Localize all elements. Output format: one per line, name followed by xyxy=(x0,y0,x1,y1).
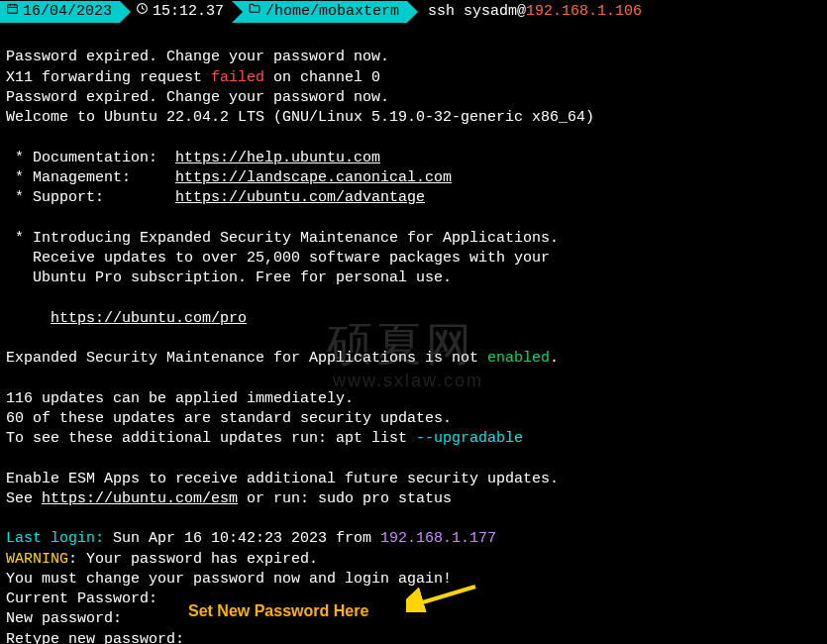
line: Expanded Security Maintenance for Applic… xyxy=(6,350,487,367)
line: or run: sudo pro status xyxy=(238,490,452,507)
last-login-label: Last login: xyxy=(6,530,104,547)
annotation-label: Set New Password Here xyxy=(188,600,368,622)
status-date-seg: 16/04/2023 xyxy=(0,1,120,23)
warning-label: WARNING xyxy=(6,551,68,568)
line: 60 of these updates are standard securit… xyxy=(6,410,452,427)
chevron-right-icon xyxy=(407,1,418,23)
status-time-seg: 15:12.37 xyxy=(120,1,232,23)
new-password-prompt: New password: xyxy=(6,610,122,627)
svg-line-6 xyxy=(143,8,145,9)
terminal-output[interactable]: Password expired. Change your password n… xyxy=(0,24,827,644)
failed-text: failed xyxy=(211,69,264,86)
last-login-rest: Sun Apr 16 10:42:23 2023 from xyxy=(104,530,380,547)
clock-icon xyxy=(136,2,149,22)
line: X11 forwarding request xyxy=(6,69,211,86)
folder-icon xyxy=(248,2,261,22)
mgmt-link[interactable]: https://landscape.canonical.com xyxy=(175,169,452,186)
chevron-right-icon xyxy=(120,1,131,23)
line: 116 updates can be applied immediately. xyxy=(6,390,354,407)
line: on channel 0 xyxy=(264,69,380,86)
line: To see these additional updates run: apt… xyxy=(6,430,416,447)
upgradable-flag: --upgradable xyxy=(416,430,523,447)
status-date: 16/04/2023 xyxy=(23,2,112,22)
warning-rest: : Your password has expired. xyxy=(68,551,318,568)
calendar-icon xyxy=(6,2,19,22)
current-password-prompt: Current Password: xyxy=(6,590,157,607)
status-bar: 16/04/2023 15:12.37 /home/mobaxterm ssh … xyxy=(0,0,827,24)
support-label: * Support: xyxy=(6,189,175,206)
line: Enable ESM Apps to receive additional fu… xyxy=(6,471,559,487)
support-link[interactable]: https://ubuntu.com/advantage xyxy=(175,189,425,206)
line: See xyxy=(6,490,42,507)
status-cwd-seg: /home/mobaxterm xyxy=(232,1,407,23)
line: Ubuntu Pro subscription. Free for person… xyxy=(6,269,452,286)
ssh-cmd-prefix: ssh sysadm@ xyxy=(428,3,526,20)
last-login-ip: 192.168.1.177 xyxy=(380,530,496,547)
doc-label: * Documentation: xyxy=(6,150,175,166)
line: . xyxy=(550,350,559,367)
esm-link[interactable]: https://ubuntu.com/esm xyxy=(42,490,238,507)
svg-rect-0 xyxy=(8,5,18,14)
line: * Introducing Expanded Security Maintena… xyxy=(6,230,559,247)
enabled-text: enabled xyxy=(487,350,550,367)
pro-link[interactable]: https://ubuntu.com/pro xyxy=(51,310,247,327)
doc-link[interactable]: https://help.ubuntu.com xyxy=(175,150,380,166)
mgmt-label: * Management: xyxy=(6,169,175,186)
pad xyxy=(6,310,51,327)
status-time: 15:12.37 xyxy=(153,2,224,22)
ssh-cmd-ip: 192.168.1.106 xyxy=(526,3,642,20)
line: Welcome to Ubuntu 22.04.2 LTS (GNU/Linux… xyxy=(6,109,594,126)
line: Password expired. Change your password n… xyxy=(6,49,389,65)
line: Receive updates to over 25,000 software … xyxy=(6,250,550,267)
chevron-right-icon xyxy=(232,1,243,23)
status-cwd: /home/mobaxterm xyxy=(265,2,399,22)
line: You must change your password now and lo… xyxy=(6,571,452,588)
retype-password-prompt: Retype new password: xyxy=(6,631,184,645)
command-line[interactable]: ssh sysadm@192.168.1.106 xyxy=(418,2,642,22)
line: Password expired. Change your password n… xyxy=(6,89,389,106)
